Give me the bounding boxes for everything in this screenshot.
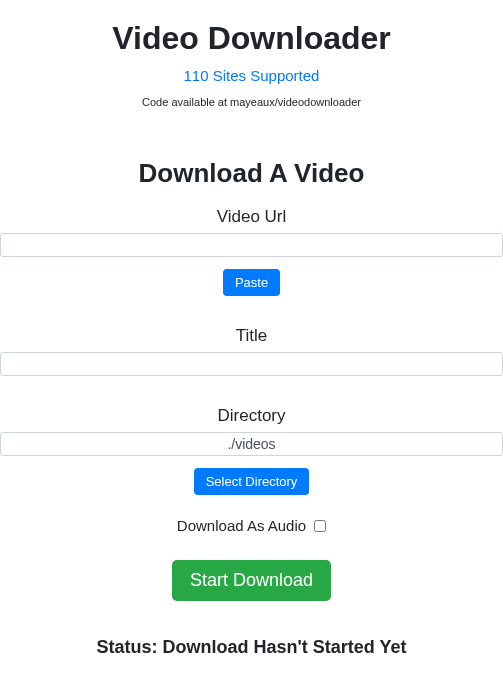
select-directory-button[interactable]: Select Directory [194, 468, 310, 495]
video-url-label: Video Url [0, 207, 503, 227]
sites-supported-link[interactable]: 110 Sites Supported [184, 67, 320, 84]
video-url-input[interactable] [0, 233, 503, 257]
directory-input[interactable] [0, 432, 503, 456]
code-availability-text: Code available at mayeaux/videodownloade… [0, 96, 503, 108]
download-as-audio-label: Download As Audio [177, 517, 306, 534]
title-input[interactable] [0, 352, 503, 376]
directory-label: Directory [0, 406, 503, 426]
page-title: Video Downloader [0, 20, 503, 57]
download-as-audio-checkbox[interactable] [314, 520, 326, 532]
status-text: Status: Download Hasn't Started Yet [0, 637, 503, 658]
section-heading: Download A Video [0, 158, 503, 189]
title-label: Title [0, 326, 503, 346]
paste-button[interactable]: Paste [223, 269, 280, 296]
start-download-button[interactable]: Start Download [172, 560, 331, 601]
